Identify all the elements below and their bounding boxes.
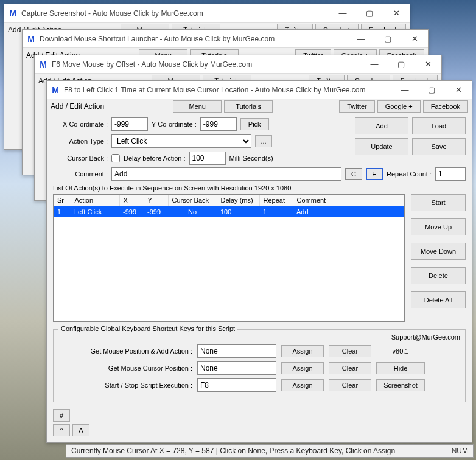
close-button[interactable]: ✕ [415,55,441,74]
col-sr[interactable]: Sr [54,195,71,206]
cell-repeat: 1 [259,206,293,218]
comment-input[interactable] [111,167,341,181]
list-label: List Of Action(s) to Execute in Sequence… [53,184,466,192]
update-button[interactable]: Update [355,138,408,155]
cell-cursor-back: No [168,206,217,218]
repeat-count-input[interactable] [435,167,466,181]
window-left-click: M F8 to Left Click 1 Time at Current Mou… [46,80,472,443]
add-edit-label: Add / Edit Action [51,102,104,111]
window-title: Capture Screenshot - Auto Mouse Click by… [21,9,329,18]
status-text: Currently Mouse Cursor At X = 728, Y = 5… [71,447,395,455]
maximize-button[interactable]: ▢ [374,30,401,48]
caret-button[interactable]: ^ [53,424,70,436]
app-icon: M [51,85,60,95]
shortcut-start-stop-input[interactable] [197,378,276,392]
cell-comment: Add [293,206,404,218]
shortcut-add-action-label: Get Mouse Position & Add Action : [58,347,192,355]
delay-input[interactable] [189,152,226,165]
assign-button-2[interactable]: Assign [281,362,324,374]
maximize-button[interactable]: ▢ [356,4,383,23]
cell-delay: 100 [217,206,259,218]
list-header-row: Sr Action X Y Cursor Back Delay (ms) Rep… [54,195,404,206]
window-title: Download Mouse Shortcut Launcher - Auto … [40,35,348,43]
repeat-count-label: Repeat Count : [387,170,432,178]
minimize-button[interactable]: — [348,30,374,48]
shortcuts-title: Configurable Global Keyboard Shortcut Ke… [58,325,237,332]
close-button[interactable]: ✕ [445,81,472,99]
window-title: F8 to Left Click 1 Time at Current Mouse… [64,86,391,94]
col-repeat[interactable]: Repeat [259,195,293,206]
save-button[interactable]: Save [412,138,466,155]
pick-button[interactable]: Pick [240,118,269,130]
col-x[interactable]: X [119,195,144,206]
google-button[interactable]: Google + [377,100,421,113]
titlebar[interactable]: M Capture Screenshot - Auto Mouse Click … [4,4,410,23]
maximize-button[interactable]: ▢ [388,55,415,74]
titlebar[interactable]: M F6 Move Mouse by Offset - Auto Mouse C… [35,55,441,74]
e-button[interactable]: E [366,168,383,180]
facebook-button[interactable]: Facebook [423,100,468,113]
col-cursor-back[interactable]: Cursor Back [168,195,217,206]
app-icon: M [8,9,18,18]
move-down-button[interactable]: Move Down [411,243,466,260]
cell-sr: 1 [54,206,71,218]
shortcuts-group: Configurable Global Keyboard Shortcut Ke… [53,329,466,402]
y-coord-label: Y Co-ordinate : [152,120,197,128]
minimize-button[interactable]: — [361,55,388,74]
app-icon: M [38,60,48,69]
delay-label: Delay before Action : [124,155,186,162]
shortcut-add-action-input[interactable] [197,344,276,358]
delay-unit-label: Milli Second(s) [229,155,273,162]
tutorials-button[interactable]: Tutorials [224,100,273,113]
cursor-back-label: Cursor Back : [53,155,108,162]
shortcut-start-stop-label: Start / Stop Script Execution : [58,382,192,389]
titlebar[interactable]: M F8 to Left Click 1 Time at Current Mou… [47,81,472,99]
delete-all-button[interactable]: Delete All [411,291,466,308]
assign-button-3[interactable]: Assign [281,379,324,391]
comment-label: Comment : [53,170,108,178]
add-button[interactable]: Add [355,117,408,134]
y-coord-input[interactable] [200,117,237,131]
action-type-select[interactable]: Left Click [111,134,251,148]
screenshot-button[interactable]: Screenshot [376,379,425,391]
load-button[interactable]: Load [412,117,466,134]
clear-button-1[interactable]: Clear [329,345,371,357]
move-up-button[interactable]: Move Up [411,218,466,235]
cell-action: Left Click [71,206,119,218]
menubar: Add / Edit Action Menu Tutorials Twitter… [47,99,472,114]
minimize-button[interactable]: — [329,4,356,23]
delete-button[interactable]: Delete [411,267,466,284]
col-delay[interactable]: Delay (ms) [217,195,259,206]
assign-button-1[interactable]: Assign [281,345,324,357]
support-link[interactable]: Support@MurGee.com [58,333,460,341]
app-icon: M [26,34,36,44]
bottom-left-buttons: # ^ A [53,409,89,436]
x-coord-input[interactable] [111,117,148,131]
col-y[interactable]: Y [144,195,168,206]
cell-x: -999 [119,206,144,218]
col-action[interactable]: Action [71,195,119,206]
hide-button[interactable]: Hide [376,362,425,374]
cursor-back-checkbox[interactable] [111,154,120,162]
table-row[interactable]: 1 Left Click -999 -999 No 100 1 Add [54,206,404,218]
version-label: v80.1 [376,347,425,355]
menu-button[interactable]: Menu [173,100,222,113]
close-button[interactable]: ✕ [383,4,410,23]
twitter-button[interactable]: Twitter [339,100,374,113]
titlebar[interactable]: M Download Mouse Shortcut Launcher - Aut… [23,30,428,48]
col-comment[interactable]: Comment [293,195,404,206]
c-button[interactable]: C [345,168,362,180]
cell-y: -999 [144,206,168,218]
more-button[interactable]: ... [255,135,272,147]
actions-listview[interactable]: Sr Action X Y Cursor Back Delay (ms) Rep… [53,194,405,322]
maximize-button[interactable]: ▢ [418,81,445,99]
close-button[interactable]: ✕ [401,30,428,48]
minimize-button[interactable]: — [391,81,418,99]
clear-button-3[interactable]: Clear [329,379,371,391]
hash-button[interactable]: # [53,409,70,422]
window-title: F6 Move Mouse by Offset - Auto Mouse Cli… [52,60,361,69]
clear-button-2[interactable]: Clear [329,362,371,374]
start-button[interactable]: Start [411,194,466,211]
a-button[interactable]: A [72,424,89,436]
shortcut-cursor-pos-input[interactable] [197,361,276,375]
